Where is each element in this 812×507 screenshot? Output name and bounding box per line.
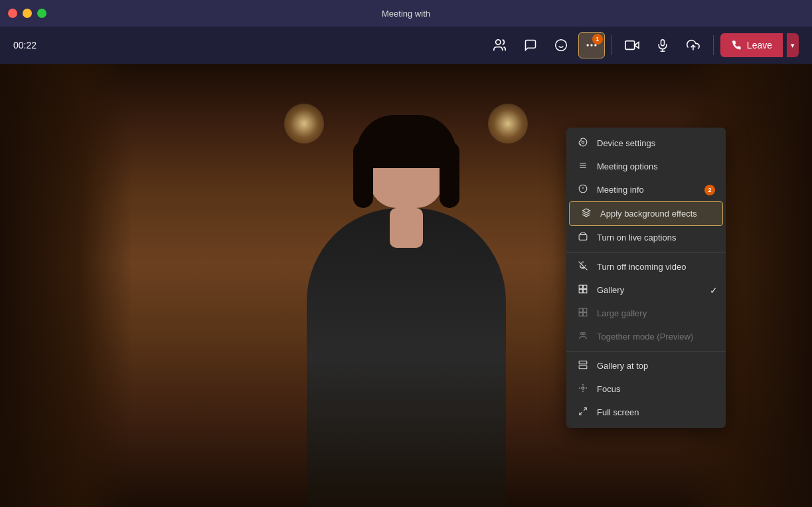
leave-chevron-button[interactable]: ▾ xyxy=(787,33,799,57)
svg-rect-9 xyxy=(661,40,664,46)
svg-rect-8 xyxy=(625,41,635,50)
share-button[interactable] xyxy=(680,32,706,58)
svg-rect-22 xyxy=(584,290,587,293)
turn-off-video-label: Turn off incoming video xyxy=(597,262,715,272)
maximize-button[interactable] xyxy=(37,9,46,18)
svg-rect-20 xyxy=(584,285,587,288)
svg-point-5 xyxy=(590,44,592,46)
person-head xyxy=(370,128,443,208)
reactions-button[interactable] xyxy=(548,32,574,58)
svg-line-32 xyxy=(584,408,586,411)
svg-rect-25 xyxy=(579,313,582,316)
device-settings-icon xyxy=(577,138,589,149)
gallery-icon xyxy=(577,284,589,296)
menu-item-meeting-options[interactable]: Meeting options xyxy=(566,155,726,178)
control-divider-2 xyxy=(713,35,714,55)
window-controls xyxy=(8,9,46,18)
camera-icon xyxy=(625,38,639,52)
meeting-options-label: Meeting options xyxy=(597,161,715,171)
more-options-badge: 1 xyxy=(592,34,603,45)
live-captions-icon xyxy=(577,232,589,243)
svg-point-27 xyxy=(581,332,584,335)
gallery-at-top-label: Gallery at top xyxy=(597,361,715,371)
svg-line-33 xyxy=(580,412,582,415)
call-timer: 00:22 xyxy=(13,40,37,51)
participants-button[interactable] xyxy=(487,32,513,58)
close-button[interactable] xyxy=(8,9,17,18)
svg-point-0 xyxy=(495,40,500,45)
menu-item-large-gallery: Large gallery xyxy=(566,302,726,325)
menu-item-live-captions[interactable]: Turn on live captions xyxy=(566,226,726,249)
svg-rect-26 xyxy=(584,313,587,316)
svg-rect-23 xyxy=(579,308,582,312)
participants-icon xyxy=(493,38,507,52)
focus-label: Focus xyxy=(597,384,715,394)
person-neck xyxy=(390,208,423,248)
gallery-label: Gallery xyxy=(597,285,715,295)
menu-item-apply-background[interactable]: Apply background effects xyxy=(569,201,723,226)
together-mode-label: Together mode (Preview) xyxy=(597,332,715,342)
menu-item-gallery-at-top[interactable]: Gallery at top xyxy=(566,354,726,377)
person-hair-right xyxy=(440,142,459,208)
window-title: Meeting with xyxy=(382,9,430,19)
svg-point-31 xyxy=(582,387,584,389)
menu-item-device-settings[interactable]: Device settings xyxy=(566,132,726,155)
chat-button[interactable] xyxy=(517,32,544,58)
leave-button[interactable]: Leave xyxy=(720,33,783,57)
person-body xyxy=(307,208,506,507)
menu-item-together-mode: Together mode (Preview) xyxy=(566,325,726,348)
title-bar: Meeting with xyxy=(0,0,812,27)
leave-label: Leave xyxy=(747,40,772,51)
meeting-options-icon xyxy=(577,161,589,172)
menu-item-meeting-info[interactable]: Meeting info2 xyxy=(566,178,726,201)
apply-background-label: Apply background effects xyxy=(600,209,712,219)
control-divider xyxy=(611,35,612,55)
person-silhouette xyxy=(280,122,532,507)
phone-icon xyxy=(731,40,742,51)
minimize-button[interactable] xyxy=(23,9,32,18)
together-mode-icon xyxy=(577,331,589,342)
svg-rect-30 xyxy=(579,365,587,369)
svg-point-28 xyxy=(583,332,586,335)
large-gallery-label: Large gallery xyxy=(597,308,715,318)
person-hair-left xyxy=(353,142,373,208)
full-screen-icon xyxy=(577,407,589,418)
meeting-info-badge: 2 xyxy=(704,185,715,195)
meeting-info-icon xyxy=(577,184,589,195)
mic-icon xyxy=(656,39,669,52)
svg-marker-7 xyxy=(635,42,639,48)
mic-button[interactable] xyxy=(649,32,676,58)
svg-point-4 xyxy=(586,44,588,46)
svg-rect-29 xyxy=(579,361,587,364)
svg-rect-17 xyxy=(579,235,587,240)
full-screen-label: Full screen xyxy=(597,407,715,417)
large-gallery-icon xyxy=(577,308,589,319)
live-captions-label: Turn on live captions xyxy=(597,233,715,243)
share-icon xyxy=(687,39,700,52)
svg-point-13 xyxy=(582,141,584,144)
video-area: Device settingsMeeting optionsMeeting in… xyxy=(0,64,812,507)
call-bar: 00:22 1 xyxy=(0,27,812,64)
svg-rect-19 xyxy=(579,285,582,288)
menu-item-turn-off-video[interactable]: Turn off incoming video xyxy=(566,255,726,278)
left-shadow xyxy=(0,64,133,507)
gallery-at-top-icon xyxy=(577,360,589,371)
call-controls: 1 Leave xyxy=(487,32,799,58)
svg-rect-21 xyxy=(579,290,582,293)
focus-icon xyxy=(577,383,589,395)
camera-button[interactable] xyxy=(619,32,645,58)
svg-point-1 xyxy=(556,40,567,51)
menu-separator xyxy=(566,351,726,352)
reactions-icon xyxy=(554,39,568,52)
menu-item-full-screen[interactable]: Full screen xyxy=(566,401,726,424)
more-options-button[interactable]: 1 xyxy=(578,32,605,58)
menu-item-gallery[interactable]: Gallery✓ xyxy=(566,278,726,302)
apply-background-icon xyxy=(580,208,592,219)
chat-icon xyxy=(524,39,537,52)
svg-rect-24 xyxy=(584,308,587,312)
menu-separator xyxy=(566,252,726,253)
meeting-info-label: Meeting info xyxy=(597,185,694,195)
dropdown-menu: Device settingsMeeting optionsMeeting in… xyxy=(566,128,726,428)
menu-item-focus[interactable]: Focus xyxy=(566,377,726,401)
gallery-check: ✓ xyxy=(710,285,718,296)
